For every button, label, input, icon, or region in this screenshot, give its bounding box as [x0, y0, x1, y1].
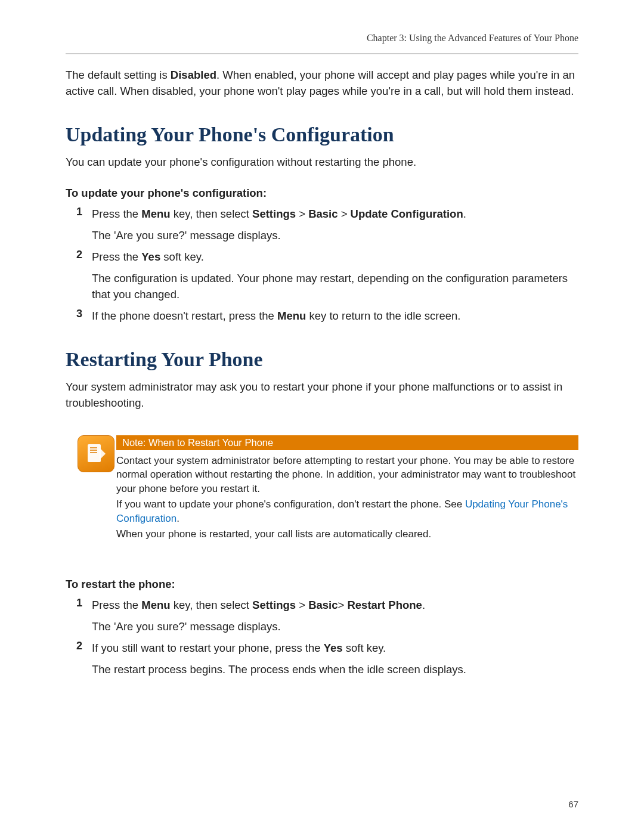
ordered-steps: 1 Press the Menu key, then select Settin… — [66, 206, 578, 324]
step-body: Press the Yes soft key. The configuratio… — [92, 249, 578, 303]
text: When your phone is restarted, your call … — [116, 527, 578, 541]
list-item: 2 Press the Yes soft key. The configurat… — [66, 249, 578, 303]
text: . — [463, 208, 466, 220]
document-page: Chapter 3: Using the Advanced Features o… — [0, 0, 644, 833]
text: > — [296, 208, 308, 220]
text-bold: Menu — [141, 208, 170, 220]
text: The 'Are you sure?' message displays. — [92, 227, 578, 244]
step-number: 3 — [66, 308, 92, 324]
note-content: Note: When to Restart Your Phone Contact… — [116, 435, 578, 543]
text: Contact your system administrator before… — [116, 454, 578, 496]
text: key, then select — [171, 599, 252, 611]
text: soft key. — [160, 250, 204, 263]
list-item: 3 If the phone doesn't restart, press th… — [66, 308, 578, 324]
section-heading-restarting: Restarting Your Phone — [66, 348, 578, 371]
step-body: Press the Menu key, then select Settings… — [92, 206, 578, 244]
text: The configuration is updated. Your phone… — [92, 270, 578, 304]
text-bold: Yes — [324, 642, 343, 654]
list-item: 1 Press the Menu key, then select Settin… — [66, 206, 578, 244]
step-number: 1 — [66, 206, 92, 244]
divider — [66, 53, 578, 54]
procedure-heading: To update your phone's configuration: — [66, 187, 578, 200]
text: The default setting is — [66, 69, 171, 81]
text: The restart process begins. The process … — [92, 661, 578, 678]
text: If you want to update your phone's confi… — [116, 498, 465, 510]
section-heading-updating: Updating Your Phone's Configuration — [66, 123, 578, 146]
list-item: 1 Press the Menu key, then select Settin… — [66, 597, 578, 635]
text: Press the — [92, 599, 141, 611]
step-body: If you still want to restart your phone,… — [92, 640, 578, 678]
text-bold: Update Configuration — [351, 208, 463, 220]
text: key to return to the idle screen. — [306, 309, 460, 322]
step-number: 2 — [66, 640, 92, 678]
text: > — [338, 599, 348, 611]
intro-paragraph: The default setting is Disabled. When en… — [66, 67, 578, 100]
text: . — [177, 513, 179, 524]
text-bold: Settings — [252, 208, 296, 220]
text-bold: Menu — [141, 599, 170, 611]
text: If you still want to restart your phone,… — [92, 642, 324, 654]
section-lead: You can update your phone's configuratio… — [66, 154, 578, 171]
note-body: Contact your system administrator before… — [116, 454, 578, 541]
text: . — [422, 599, 425, 611]
step-body: If the phone doesn't restart, press the … — [92, 308, 578, 324]
step-number: 2 — [66, 249, 92, 303]
procedure-heading: To restart the phone: — [66, 578, 578, 591]
text-bold: Disabled — [171, 69, 216, 81]
ordered-steps: 1 Press the Menu key, then select Settin… — [66, 597, 578, 677]
text-bold: Basic — [308, 208, 338, 220]
svg-rect-0 — [88, 444, 101, 462]
note-icon — [78, 435, 114, 472]
text: > — [296, 599, 308, 611]
text: If the phone doesn't restart, press the — [92, 309, 277, 322]
step-body: Press the Menu key, then select Settings… — [92, 597, 578, 635]
step-number: 1 — [66, 597, 92, 635]
list-item: 2 If you still want to restart your phon… — [66, 640, 578, 678]
text: The 'Are you sure?' message displays. — [92, 618, 578, 635]
chapter-title: Chapter 3: Using the Advanced Features o… — [66, 33, 578, 44]
text: soft key. — [343, 642, 386, 654]
text: key, then select — [171, 208, 252, 220]
note-icon-wrap — [66, 435, 116, 543]
note-title: Note: When to Restart Your Phone — [116, 435, 578, 450]
page-number: 67 — [568, 799, 578, 809]
text-bold: Restart Phone — [347, 599, 422, 611]
note-callout: Note: When to Restart Your Phone Contact… — [66, 435, 578, 543]
text-bold: Yes — [141, 250, 160, 263]
text-bold: Menu — [277, 309, 306, 322]
text: > — [338, 208, 351, 220]
section-lead: Your system administrator may ask you to… — [66, 379, 578, 411]
text-bold: Settings — [252, 599, 296, 611]
text: Press the — [92, 208, 141, 220]
text-bold: Basic — [308, 599, 338, 611]
text: Press the — [92, 250, 141, 263]
